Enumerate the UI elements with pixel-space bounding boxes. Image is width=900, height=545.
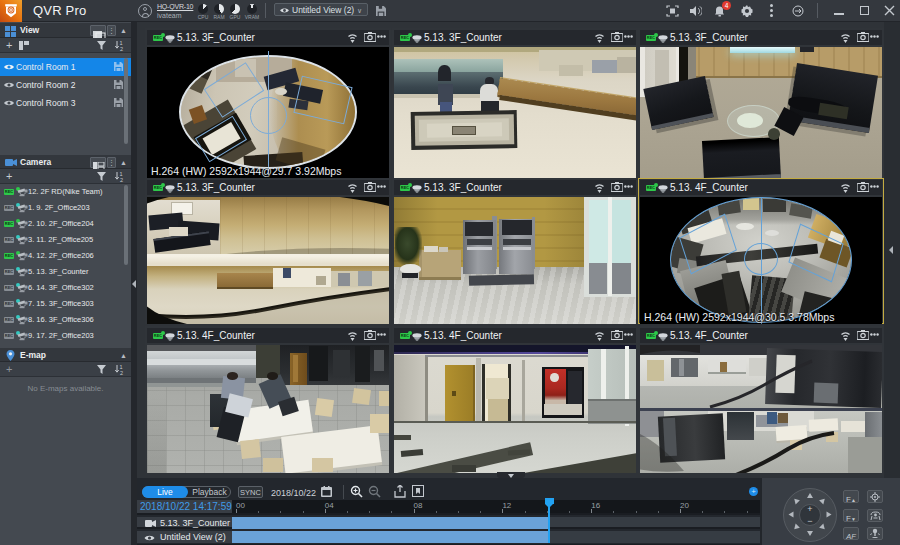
- svg-text:2: 2: [120, 46, 123, 52]
- svg-text:2: 2: [120, 370, 123, 376]
- svg-text:2: 2: [120, 177, 123, 183]
